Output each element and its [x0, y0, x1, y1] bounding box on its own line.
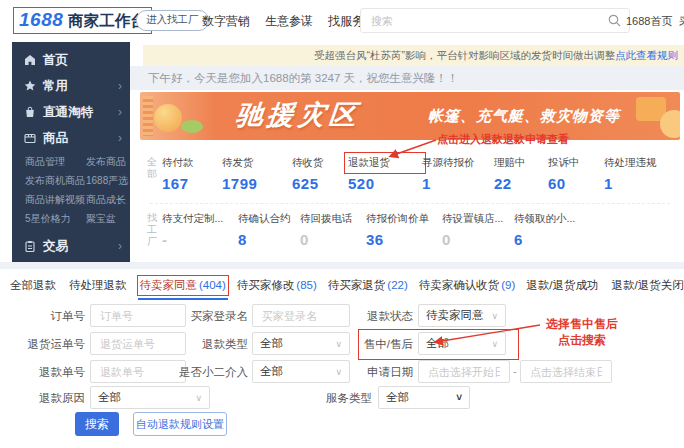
stat-pending-shop-setting: 待设置镇店... 0 [442, 212, 514, 248]
sidebar-item-label: 商品 [43, 130, 68, 147]
chevron-right-icon: › [118, 79, 122, 93]
banner-decoration-orange-circle [154, 104, 182, 132]
banner-title: 驰援灾区 [234, 97, 362, 133]
refund-reason-label: 退款原因 [10, 391, 85, 406]
chevron-right-icon: › [118, 105, 122, 119]
sidebar-nav: 首页 常用 › 直通淘特 › 商品 › 商品管理 发布商品 发布商机商品 168… [12, 42, 130, 267]
search-icon[interactable] [608, 14, 621, 27]
disaster-relief-banner[interactable]: 驰援灾区 帐篷、充气艇、救灾物资等 [140, 92, 680, 140]
tab-refund-success[interactable]: 退款/退货成功 [526, 278, 600, 293]
stat-claims: 理赔中 22 [494, 156, 548, 192]
sidebar-item-trade[interactable]: 交易 › [12, 233, 130, 259]
sale-stage-label: 售中/售后 [330, 337, 413, 352]
menu-business-advisor[interactable]: 生意参谋 [265, 13, 313, 30]
refund-status-select[interactable]: 待卖家同意∨ [418, 304, 506, 327]
stat-pending-contract: 待确认合约 8 [238, 212, 300, 248]
stat-pending-quote-sheet: 待报价询价单 36 [366, 212, 442, 248]
star-icon [24, 80, 36, 92]
tab-refund-closed[interactable]: 退款/退货关闭 [612, 278, 684, 293]
sidebar-item-taote[interactable]: 直通淘特 › [12, 99, 130, 125]
sale-stage-select[interactable]: 全部∨ [418, 332, 506, 355]
submenu-item-product-manage[interactable]: 商品管理 [25, 152, 86, 171]
sidebar-item-home[interactable]: 首页 [12, 47, 130, 73]
submenu-item-1688-select[interactable]: 1688严选 [86, 171, 130, 190]
banner-decoration-green-ellipse [181, 120, 203, 133]
chevron-down-icon: ∨ [491, 311, 498, 321]
todo-stats-card: 全 部 待付款 167 待发货 1799 待收货 625 退款退货 520 寻源… [140, 146, 680, 258]
products-box-icon [24, 132, 36, 144]
stats-group-factory-label: 找 工 厂 [140, 212, 162, 248]
date-range-separator: - [513, 365, 517, 377]
sidebar-item-label: 首页 [43, 52, 68, 69]
clipped-header-link[interactable]: 采 [679, 14, 684, 29]
tab-awaiting-buyer-return[interactable]: 待买家退货(22) [328, 278, 408, 293]
stats-group-all: 全 部 待付款 167 待发货 1799 待收货 625 退款退货 520 寻源… [140, 156, 684, 192]
date-start-input[interactable] [418, 360, 510, 383]
search-button[interactable]: 搜索 [75, 412, 119, 436]
search-input[interactable] [369, 14, 583, 28]
service-type-label: 服务类型 [300, 391, 372, 406]
sidebar-item-products[interactable]: 商品 › [12, 125, 130, 151]
submenu-item-jubaopen[interactable]: 聚宝盆 [86, 209, 130, 228]
submenu-item-product-growth[interactable]: 商品成长 [86, 190, 130, 209]
chevron-down-icon: ∨ [195, 393, 202, 403]
stat-pending-receipt: 待收货 625 [292, 156, 348, 192]
notice-rules-link[interactable]: 点此查看规则 [615, 49, 678, 63]
xiaoer-intervene-label: 是否小二介入 [160, 365, 248, 380]
stat-pending-payment: 待付款 167 [162, 156, 222, 192]
annotation-sale-stage-note: 选择售中售后 点击搜索 [540, 316, 624, 348]
banner-decoration-orange-circle-right [660, 110, 680, 138]
top-header: 1688 商家工作台 进入找工厂 数字营销 生意参谋 找服务 1688首页 采 [0, 0, 684, 40]
logo-1688-workbench[interactable]: 1688 商家工作台 [14, 8, 151, 33]
refund-type-label: 退款类型 [160, 337, 248, 352]
tab-awaiting-seller-confirm-receipt[interactable]: 待卖家确认收货(9) [419, 278, 516, 293]
merchant-workbench-screen: 1688 商家工作台 进入找工厂 数字营销 生意参谋 找服务 1688首页 采 … [0, 0, 684, 448]
banner-decoration-strip [143, 96, 153, 136]
sidebar-item-favorites[interactable]: 常用 › [12, 73, 130, 99]
stats-group-factory: 找 工 厂 待支付定制... - 待确认合约 8 待回拨电话 0 待报价询价单 … [140, 212, 586, 248]
sidebar-item-label: 交易 [43, 238, 68, 255]
menu-digital-marketing[interactable]: 数字营销 [202, 13, 250, 30]
sidebar-item-label: 直通淘特 [43, 104, 93, 121]
stat-violations: 待处理违规 1 [604, 156, 684, 192]
header-search-box[interactable] [360, 8, 630, 33]
stat-sourcing-quote: 寻源待报价 1 [422, 156, 494, 192]
logo-1688-text: 1688 [19, 9, 63, 31]
tab-awaiting-seller-agree[interactable]: 待卖家同意(404) [140, 278, 226, 293]
sidebar-products-submenu: 商品管理 发布商品 发布商机商品 1688严选 商品讲解视频 商品成长 5星价格… [12, 151, 130, 231]
refund-no-label: 退款单号 [10, 365, 85, 380]
submenu-item-publish-product[interactable]: 发布商品 [86, 152, 130, 171]
auto-refund-rule-button[interactable]: 自动退款规则设置 [133, 412, 227, 436]
chevron-right-icon: › [118, 239, 122, 253]
chevron-right-icon: › [118, 131, 122, 145]
annotation-refund-note: 点击进入退款退款申请查看 [437, 132, 569, 147]
tab-all-refunds[interactable]: 全部退款 [10, 278, 58, 293]
service-type-select[interactable]: 全部˅ [378, 386, 470, 409]
apply-date-label: 申请日期 [330, 365, 413, 380]
link-1688-home[interactable]: 1688首页 [626, 14, 672, 29]
tab-pending-refunds[interactable]: 待处理退款 [69, 278, 129, 293]
chevron-down-icon: ∨ [491, 339, 498, 349]
menu-find-service[interactable]: 找服务 [328, 13, 364, 30]
return-waybill-label: 退货运单号 [10, 337, 85, 352]
refund-tabs: 全部退款 待处理退款 待卖家同意(404) 待买家修改(85) 待买家退货(22… [0, 269, 684, 293]
logo-workbench-text: 商家工作台 [68, 11, 146, 32]
submenu-item-product-video[interactable]: 商品讲解视频 [25, 190, 86, 209]
trade-clipboard-icon [24, 240, 36, 252]
refund-status-label: 退款状态 [330, 309, 413, 324]
taote-bag-icon [24, 106, 36, 118]
home-icon [24, 54, 36, 66]
refund-reason-select[interactable]: 全部∨ [90, 386, 210, 409]
submenu-item-publish-opportunity[interactable]: 发布商机商品 [25, 171, 86, 190]
stat-pending-callback: 待回拨电话 0 [300, 212, 366, 248]
refund-return-label-annotated[interactable]: 退款退货 [348, 156, 422, 170]
submenu-item-5star-price[interactable]: 5星价格力 [25, 209, 86, 228]
date-end-input[interactable] [520, 360, 612, 383]
banner-subtitle: 帐篷、充气艇、救灾物资等 [428, 107, 620, 126]
enter-factory-button[interactable]: 进入找工厂 [136, 10, 209, 31]
order-no-label: 订单号 [10, 309, 85, 324]
stat-pending-custom-pay: 待支付定制... - [162, 212, 238, 248]
tab-awaiting-buyer-modify[interactable]: 待买家修改(85) [237, 278, 317, 293]
stat-pending-shipment: 待发货 1799 [222, 156, 292, 192]
chevron-down-icon: ˅ [456, 392, 462, 403]
